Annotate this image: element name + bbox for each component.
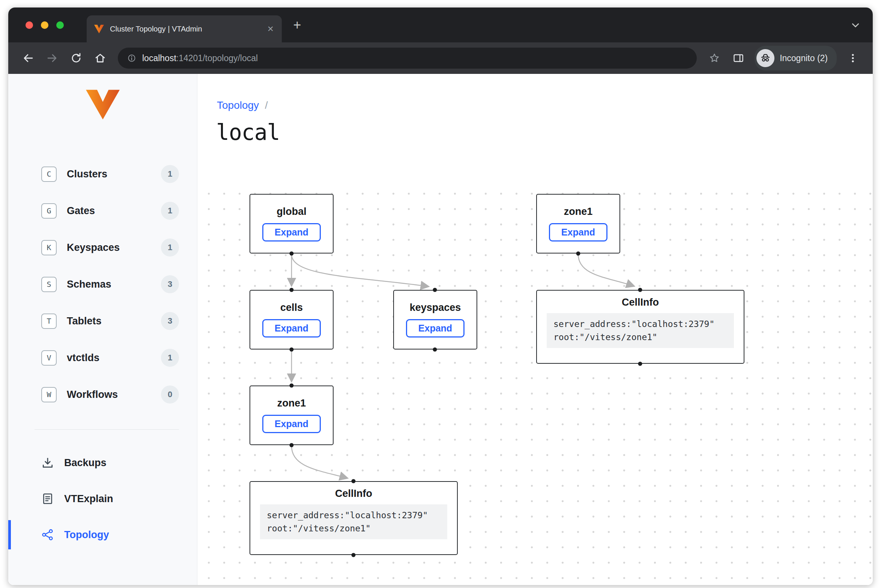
expand-button[interactable]: Expand [262,319,321,338]
primary-nav: C Clusters 1 G Gates 1 K Keyspaces 1 S S… [8,156,197,413]
sidebar-item-workflows[interactable]: W Workflows 0 [8,376,197,413]
tab-strip: Cluster Topology | VTAdmin × + [8,8,873,42]
node-title: CellInfo [335,488,372,500]
sidebar-item-label: Tablets [67,315,102,327]
site-info-icon[interactable] [127,53,137,63]
side-panel-icon[interactable] [728,47,749,69]
breadcrumb: Topology/ [217,99,268,111]
node-title: cells [280,302,303,314]
kebab-menu-icon[interactable] [842,47,864,69]
sidebar-item-label: Keyspaces [67,242,120,254]
count-badge: 1 [161,165,179,183]
sidebar-item-vtctlds[interactable]: V vtctlds 1 [8,339,197,376]
sidebar-item-vtexplain[interactable]: VTExplain [8,481,197,517]
sidebar-item-label: Topology [64,529,109,541]
topology-node-cells[interactable]: cells Expand [250,290,334,350]
vtctlds-letter-icon: V [41,350,57,366]
sidebar-item-gates[interactable]: G Gates 1 [8,192,197,229]
forward-icon[interactable] [41,47,63,69]
sidebar-item-label: Backups [64,457,107,469]
url-host: localhost [142,53,176,63]
tab-title: Cluster Topology | VTAdmin [110,25,261,33]
back-icon[interactable] [17,47,39,69]
topology-node-cellinfo-cell[interactable]: CellInfo server_address:"localhost:2379"… [250,481,458,555]
breadcrumb-topology-link[interactable]: Topology [217,99,259,111]
address-bar[interactable]: localhost:14201/topology/local [118,48,697,69]
reload-icon[interactable] [65,47,87,69]
main-content: Topology/ local [197,74,873,585]
workflows-letter-icon: W [41,387,57,402]
browser-toolbar: localhost:14201/topology/local Incognito… [8,42,873,74]
sidebar-divider [35,429,179,430]
topology-node-global[interactable]: global Expand [250,194,334,254]
count-badge: 3 [161,275,179,293]
home-icon[interactable] [89,47,111,69]
node-title: zone1 [564,206,593,218]
backups-icon [41,456,54,469]
sidebar-item-label: Gates [67,205,95,217]
tab-close-icon[interactable]: × [267,24,274,34]
url-text: localhost:14201/topology/local [142,53,258,63]
count-badge: 1 [161,349,179,367]
tablets-letter-icon: T [41,314,57,329]
url-path: :14201/topology/local [176,53,258,63]
incognito-profile-chip[interactable]: Incognito (2) [755,46,837,70]
sidebar-item-clusters[interactable]: C Clusters 1 [8,156,197,192]
sidebar-item-label: Schemas [67,279,111,290]
expand-button[interactable]: Expand [262,415,321,433]
sidebar-item-label: Workflows [67,389,118,400]
sidebar-item-label: Clusters [67,168,107,180]
sidebar-item-label: vtctlds [67,352,99,364]
topology-icon [41,528,54,541]
expand-button[interactable]: Expand [262,223,321,242]
bookmark-star-icon[interactable] [704,47,725,69]
cellinfo-code: server_address:"localhost:2379" root:"/v… [260,504,447,539]
window-minimize-button[interactable] [41,21,48,29]
keyspaces-letter-icon: K [41,240,57,255]
browser-tab[interactable]: Cluster Topology | VTAdmin × [87,15,282,42]
sidebar-item-tablets[interactable]: T Tablets 3 [8,303,197,339]
sidebar-item-topology[interactable]: Topology [8,517,197,553]
node-title: global [277,206,307,218]
topology-node-keyspaces[interactable]: keyspaces Expand [393,290,477,350]
incognito-icon [756,49,774,67]
new-tab-button[interactable]: + [288,16,307,34]
page-title: local [216,120,280,145]
browser-window: Cluster Topology | VTAdmin × + localhost… [8,8,873,585]
incognito-label: Incognito (2) [780,53,828,63]
sidebar-item-backups[interactable]: Backups [8,445,197,481]
topology-node-zone1[interactable]: zone1 Expand [536,194,620,254]
node-title: CellInfo [622,297,659,308]
window-zoom-button[interactable] [56,21,64,29]
sidebar-item-label: VTExplain [64,493,113,505]
count-badge: 0 [161,386,179,404]
count-badge: 3 [161,312,179,330]
clusters-letter-icon: C [41,166,57,182]
topology-diagram-canvas[interactable]: global Expand zone1 Expand cells Expand … [197,184,873,585]
gates-letter-icon: G [41,203,57,219]
topology-node-cellinfo-zone1[interactable]: CellInfo server_address:"localhost:2379"… [536,290,744,364]
node-title: zone1 [277,398,306,409]
window-close-button[interactable] [26,21,33,29]
vitess-logo-icon [8,90,197,121]
cellinfo-code: server_address:"localhost:2379" root:"/v… [547,313,734,348]
sidebar-item-keyspaces[interactable]: K Keyspaces 1 [8,229,197,266]
breadcrumb-separator: / [265,99,268,111]
sidebar-item-schemas[interactable]: S Schemas 3 [8,266,197,303]
node-title: keyspaces [410,302,461,314]
count-badge: 1 [161,238,179,256]
schemas-letter-icon: S [41,277,57,292]
topology-node-zone1-cell[interactable]: zone1 Expand [250,386,334,445]
expand-button[interactable]: Expand [406,319,465,338]
sidebar: C Clusters 1 G Gates 1 K Keyspaces 1 S S… [8,74,197,585]
tab-search-chevron-icon[interactable] [851,21,860,30]
vitess-favicon-icon [94,25,104,33]
vtexplain-icon [41,492,54,505]
count-badge: 1 [161,202,179,220]
expand-button[interactable]: Expand [549,223,607,242]
